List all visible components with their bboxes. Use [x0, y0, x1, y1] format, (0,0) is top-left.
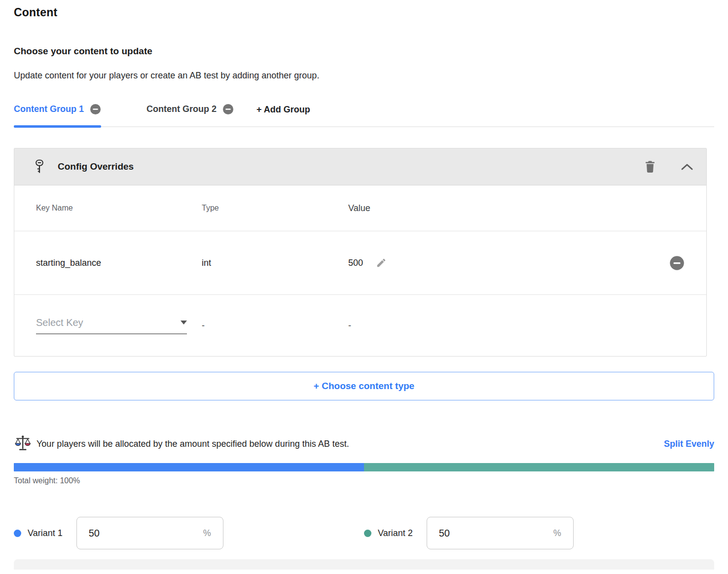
config-card-header: Config Overrides — [14, 148, 706, 185]
config-table-header: Key Name Type Value — [14, 185, 706, 231]
key-name-value: starting_balance — [36, 258, 202, 268]
config-overrides-card: Config Overrides Key Name Type Value — [14, 148, 707, 357]
variant-2-weight-input[interactable] — [439, 528, 553, 539]
collapse-config-card-button[interactable] — [681, 163, 693, 171]
weight-distribution-bar — [14, 463, 714, 471]
variant-2-label: Variant 2 — [378, 528, 413, 538]
select-key-dropdown[interactable]: Select Key — [36, 317, 187, 334]
variant-1-bar-segment — [14, 463, 364, 471]
variant-1-row: Variant 1 % — [14, 517, 364, 549]
config-value: 500 — [348, 258, 363, 268]
choose-content-type-button[interactable]: + Choose content type — [14, 372, 714, 400]
section-heading: Choose your content to update — [14, 46, 714, 57]
column-header-type: Type — [202, 204, 348, 213]
variant-1-weight-input[interactable] — [89, 528, 203, 539]
balance-scale-icon — [14, 435, 32, 453]
empty-value: - — [348, 321, 647, 331]
empty-type-value: - — [202, 321, 348, 331]
total-weight-label: Total weight: 100% — [14, 476, 714, 485]
remove-group-icon[interactable] — [90, 104, 101, 115]
section-description: Update content for your players or creat… — [14, 71, 714, 81]
tab-content-group-2[interactable]: Content Group 2 — [146, 104, 234, 126]
edit-value-icon[interactable] — [376, 257, 387, 268]
allocation-message: Your players will be allocated by the am… — [36, 439, 349, 449]
page-title: Content — [14, 6, 714, 19]
add-group-button[interactable]: + Add Group — [256, 105, 310, 126]
variant-2-dot — [364, 530, 371, 537]
next-section-edge — [14, 559, 714, 570]
chevron-up-icon — [681, 163, 693, 171]
column-header-value: Value — [348, 203, 647, 214]
split-evenly-link[interactable]: Split Evenly — [664, 439, 714, 449]
variant-2-bar-segment — [364, 463, 714, 471]
variant-weight-inputs: Variant 1 % Variant 2 % — [14, 517, 714, 549]
percent-unit: % — [203, 528, 211, 538]
variant-2-row: Variant 2 % — [364, 517, 714, 549]
column-header-key-name: Key Name — [36, 204, 202, 213]
caret-down-icon — [181, 321, 187, 324]
select-key-placeholder: Select Key — [36, 317, 83, 328]
delete-config-card-button[interactable] — [644, 160, 656, 173]
add-override-row: Select Key - - — [14, 295, 706, 356]
minus-circle-icon — [669, 255, 685, 271]
type-value: int — [202, 258, 348, 268]
tab-label: Content Group 2 — [146, 104, 217, 114]
variant-1-label: Variant 1 — [28, 528, 63, 538]
variant-2-weight-field: % — [427, 517, 574, 549]
tab-content-group-1[interactable]: Content Group 1 — [14, 104, 101, 126]
remove-override-row-button[interactable] — [669, 255, 685, 271]
config-override-row: starting_balance int 500 — [14, 231, 706, 295]
variant-1-weight-field: % — [76, 517, 223, 549]
content-group-tabs: Content Group 1 Content Group 2 + Add Gr… — [14, 104, 714, 127]
remove-group-icon[interactable] — [222, 104, 234, 115]
key-icon — [33, 159, 46, 174]
tab-label: Content Group 1 — [14, 104, 84, 114]
trash-icon — [644, 160, 656, 173]
allocation-header: Your players will be allocated by the am… — [14, 435, 714, 453]
config-card-title: Config Overrides — [58, 161, 644, 172]
variant-1-dot — [14, 530, 21, 537]
percent-unit: % — [553, 528, 561, 538]
content-page: Content Choose your content to update Up… — [14, 6, 714, 570]
